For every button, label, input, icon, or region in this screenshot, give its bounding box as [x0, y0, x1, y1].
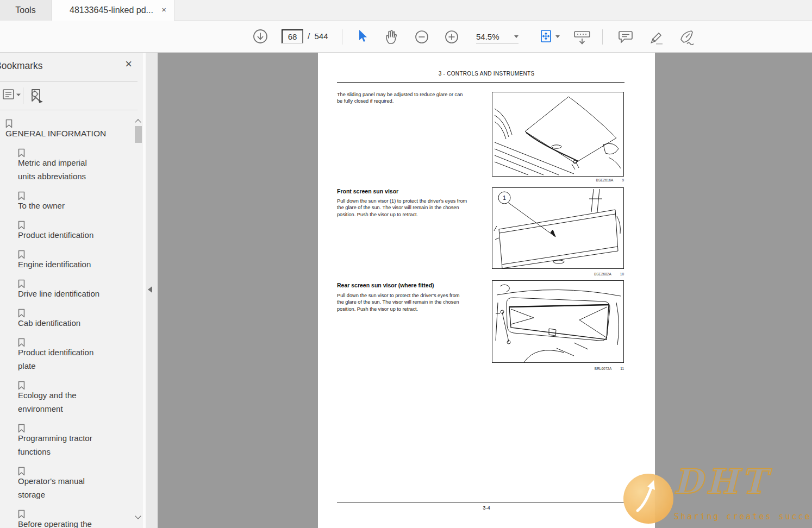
pdf-page: 3 - CONTROLS AND INSTRUMENTS The sliding… [318, 53, 655, 528]
bookmarks-toolbar [0, 81, 138, 110]
toolbar-separator [342, 29, 342, 45]
bookmark-item[interactable]: Drive line identification [18, 277, 131, 300]
bookmark-icon [18, 338, 25, 349]
bookmark-options-icon[interactable] [2, 88, 22, 104]
bookmark-label: Before operating thetractor [18, 507, 131, 528]
bookmark-label: Metric and imperialunits abbreviations [18, 146, 131, 183]
sign-pen-icon[interactable] [677, 29, 696, 45]
tab-document-label: 48133645-linked pd... [70, 5, 153, 15]
chevron-down-icon [514, 35, 519, 38]
bookmark-item[interactable]: Before operating thetractor [18, 507, 131, 528]
toolbar-separator [602, 29, 603, 45]
figure-caption: BRL6072A11 [492, 367, 624, 370]
figure-caption: BSE2682A10 [492, 272, 624, 276]
save-download-icon[interactable] [252, 28, 268, 45]
bookmark-icon [18, 221, 25, 232]
bookmark-item[interactable]: Operator's manualstorage [18, 464, 131, 501]
bookmark-icon [18, 510, 25, 521]
panel-close-icon[interactable]: × [125, 58, 132, 70]
zoom-level-value: 54.5% [476, 32, 499, 41]
figure-sliding-panel [492, 92, 624, 177]
collapse-panel-icon[interactable] [148, 286, 152, 293]
bookmark-item[interactable]: To the owner [18, 189, 131, 212]
watermark-logo-icon [623, 474, 673, 524]
bookmark-item[interactable]: GENERAL INFORMATION [5, 117, 131, 140]
scroll-down-icon[interactable] [135, 513, 141, 519]
section-heading: Front screen sun visor [337, 188, 398, 194]
bookmark-label: GENERAL INFORMATION [5, 117, 131, 140]
fit-page-dropdown-icon[interactable] [555, 35, 560, 38]
bookmark-icon [18, 148, 25, 160]
bookmark-icon [18, 424, 25, 435]
tab-tools[interactable]: Tools [0, 0, 52, 21]
page-count-label: / 544 [308, 32, 328, 41]
fit-page-icon[interactable] [539, 29, 553, 44]
tab-tools-label: Tools [15, 5, 35, 15]
bookmark-label: Product identificationplate [18, 336, 131, 373]
bookmark-label: Ecology and theenvironment [18, 379, 131, 416]
acrobat-window: Tools 48133645-linked pd... × / 544 54.5 [0, 0, 812, 528]
zoom-level-dropdown[interactable]: 54.5% [476, 30, 519, 43]
figure-caption: BSE2616A9 [492, 178, 624, 182]
bookmark-item[interactable]: Product identification [18, 218, 131, 242]
watermark-brand: DHT [673, 462, 769, 501]
figure-front-sun-visor: 1 [492, 187, 624, 269]
bookmark-icon [18, 279, 25, 291]
bookmark-icon [5, 119, 13, 130]
header-rule [337, 82, 624, 83]
hand-tool-icon[interactable] [384, 29, 400, 45]
bookmark-label: To the owner [18, 189, 131, 212]
highlighter-icon[interactable] [648, 29, 664, 45]
bookmark-item[interactable]: Cab identification [18, 306, 131, 330]
bookmark-label: Engine identification [18, 248, 131, 271]
divider [23, 87, 23, 104]
comment-icon[interactable] [617, 30, 634, 44]
main-toolbar: / 544 54.5% [0, 21, 812, 53]
page-header: 3 - CONTROLS AND INSTRUMENTS [318, 71, 655, 77]
page-footer: 3-4 [318, 505, 655, 511]
section-heading: Rear screen sun visor (where fitted) [337, 282, 434, 288]
paragraph: The sliding panel may be adjusted to red… [337, 91, 463, 105]
bookmark-item[interactable]: Metric and imperialunits abbreviations [18, 146, 131, 183]
scroll-up-icon[interactable] [135, 119, 141, 125]
toolbar-collapse-icon[interactable] [573, 29, 591, 46]
bookmark-label: Operator's manualstorage [18, 464, 131, 501]
zoom-out-icon[interactable] [414, 29, 429, 45]
bookmark-item[interactable]: Ecology and theenvironment [18, 379, 131, 416]
bookmarks-panel: Bookmarks × GENERAL INFORMATION Metric a… [0, 53, 143, 528]
zoom-in-icon[interactable] [444, 29, 459, 45]
content-region: Bookmarks × GENERAL INFORMATION Metric a… [0, 53, 812, 528]
bookmark-list: GENERAL INFORMATION Metric and imperialu… [0, 110, 131, 528]
figure-rear-sun-visor [492, 280, 624, 363]
scrollbar-thumb[interactable] [135, 126, 142, 143]
bookmark-icon [18, 191, 25, 203]
bookmark-item[interactable]: Programming tractorfunctions [18, 422, 131, 458]
tab-bar: Tools 48133645-linked pd... × [0, 0, 812, 21]
panel-collapse-gutter[interactable] [146, 53, 158, 528]
bookmark-icon [18, 309, 25, 320]
watermark-tagline: Sharing creates success [674, 512, 812, 521]
bookmarks-panel-title: Bookmarks [0, 60, 43, 72]
paragraph: Pull down the sun visor (1) to protect t… [337, 198, 467, 218]
bookmark-icon [18, 381, 25, 392]
bookmark-item[interactable]: Engine identification [18, 248, 131, 271]
select-tool-icon[interactable] [357, 29, 370, 43]
locate-current-bookmark-icon[interactable] [28, 88, 45, 106]
bookmark-label: Programming tractorfunctions [18, 422, 131, 458]
svg-text:1: 1 [503, 194, 506, 201]
bookmark-icon [18, 250, 25, 261]
tab-close-icon[interactable]: × [161, 5, 166, 14]
document-canvas: 3 - CONTROLS AND INSTRUMENTS The sliding… [158, 53, 812, 528]
bookmark-label: Cab identification [18, 306, 131, 330]
bookmark-label: Product identification [18, 218, 131, 242]
tab-document[interactable]: 48133645-linked pd... × [52, 0, 174, 21]
footer-rule [337, 502, 624, 502]
paragraph: Pull down the sun visor to protect the d… [337, 292, 459, 312]
bookmark-item[interactable]: Product identificationplate [18, 336, 131, 373]
watermark: DHT Sharing creates success [616, 457, 812, 528]
panel-scrollbar[interactable] [134, 53, 143, 528]
bookmark-icon [18, 467, 25, 478]
bookmark-label: Drive line identification [18, 277, 131, 300]
page-number-input[interactable] [282, 29, 303, 43]
